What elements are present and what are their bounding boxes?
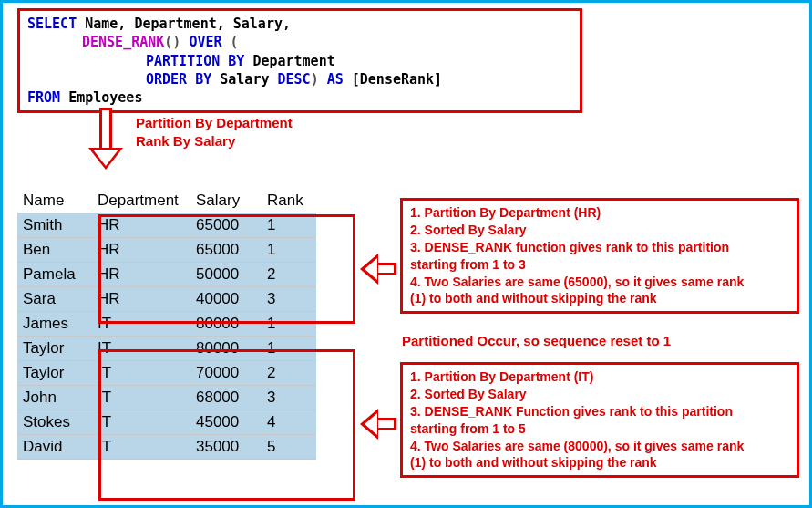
table-body: SmithHR650001 BenHR650001 PamelaHR500002… — [17, 213, 316, 460]
col-rank: Rank — [262, 189, 316, 213]
cell-dept: IT — [92, 312, 190, 337]
cell-name: Ben — [17, 238, 92, 263]
cell-rank: 2 — [262, 263, 316, 287]
kw-order-by: ORDER BY — [146, 71, 211, 88]
info-box-hr: 1. Partition By Department (HR) 2. Sorte… — [400, 198, 799, 314]
cell-salary: 65000 — [190, 213, 262, 238]
kw-over: OVER — [189, 34, 221, 50]
cell-name: James — [17, 312, 92, 337]
cell-name: David — [17, 435, 92, 460]
table-row: DavidIT350005 — [17, 435, 316, 460]
cell-rank: 2 — [262, 361, 316, 386]
cell-dept: HR — [92, 213, 190, 238]
cell-salary: 65000 — [190, 238, 262, 263]
col-salary: Salary — [190, 189, 262, 213]
sql-fields: Name, Department, Salary, — [77, 16, 291, 32]
kw-partition-by: PARTITION BY — [146, 53, 244, 69]
table-row: PamelaHR500002 — [17, 263, 316, 287]
info2-l6: (1) to both and without skipping the ran… — [410, 454, 789, 472]
info1-l4: starting from 1 to 3 — [410, 256, 789, 274]
kw-as: AS — [327, 71, 344, 88]
sql-line-5: FROM Employees — [27, 88, 572, 107]
kw-dense-rank: DENSE_RANK — [82, 34, 164, 50]
kw-select: SELECT — [27, 16, 77, 32]
cell-rank: 1 — [262, 238, 316, 263]
arrow-left-icon — [360, 411, 398, 437]
sql-alias: [DenseRank] — [344, 71, 442, 88]
table-row: BenHR650001 — [17, 238, 316, 263]
cell-rank: 1 — [262, 213, 316, 238]
table-header-row: Name Department Salary Rank — [17, 189, 316, 213]
table-row: StokesIT450004 — [17, 410, 316, 435]
cell-salary: 35000 — [190, 435, 262, 460]
cell-dept: IT — [92, 337, 190, 361]
cell-rank: 3 — [262, 287, 316, 312]
info1-l3: 3. DENSE_RANK function gives rank to thi… — [410, 239, 789, 256]
info2-l3: 3. DENSE_RANK Function gives rank to thi… — [410, 403, 789, 420]
arrow-label-line2: Rank By Salary — [136, 132, 293, 150]
table-row: SmithHR650001 — [17, 213, 316, 238]
table-row: JamesIT800001 — [17, 312, 316, 337]
cell-dept: HR — [92, 263, 190, 287]
table-row: TaylorIT800001 — [17, 337, 316, 361]
cell-name: Smith — [17, 213, 92, 238]
cell-dept: HR — [92, 238, 190, 263]
cell-salary: 40000 — [190, 287, 262, 312]
sql-line-1: SELECT Name, Department, Salary, — [27, 15, 572, 33]
diagram-container: SELECT Name, Department, Salary, DENSE_R… — [0, 0, 812, 508]
cell-rank: 1 — [262, 337, 316, 361]
table-row: SaraHR400003 — [17, 287, 316, 312]
cell-name: Stokes — [17, 410, 92, 435]
info2-l5: 4. Two Salaries are same (80000), so it … — [410, 438, 789, 455]
sql-table: Employees — [60, 89, 142, 106]
cell-dept: IT — [92, 410, 190, 435]
cell-salary: 50000 — [190, 263, 262, 287]
kw-desc: DESC — [278, 71, 311, 88]
cell-salary: 70000 — [190, 361, 262, 386]
cell-dept: IT — [92, 386, 190, 410]
cell-name: Sara — [17, 287, 92, 312]
cell-rank: 3 — [262, 386, 316, 410]
cell-name: Taylor — [17, 361, 92, 386]
info1-l5: 4. Two Salaries are same (65000), so it … — [410, 274, 789, 291]
info2-l1: 1. Partition By Department (IT) — [410, 368, 789, 386]
kw-from: FROM — [27, 89, 60, 106]
sql-partition-field: Department — [244, 53, 334, 69]
partition-reset-note: Partitioned Occur, so sequence reset to … — [402, 333, 671, 348]
info1-l6: (1) to both and without skipping the ran… — [410, 290, 789, 307]
sql-order-field: Salary — [211, 71, 277, 88]
cell-salary: 45000 — [190, 410, 262, 435]
sql-close: ) — [311, 71, 327, 88]
info-box-it: 1. Partition By Department (IT) 2. Sorte… — [400, 362, 799, 478]
arrow-down-label: Partition By Department Rank By Salary — [136, 114, 293, 151]
arrow-left-icon — [360, 256, 398, 282]
col-name: Name — [17, 189, 92, 213]
cell-dept: HR — [92, 287, 190, 312]
arrow-label-line1: Partition By Department — [136, 114, 293, 132]
sql-line-2: DENSE_RANK() OVER ( — [27, 33, 572, 51]
cell-salary: 80000 — [190, 337, 262, 361]
sql-open: ( — [222, 34, 239, 50]
cell-name: Taylor — [17, 337, 92, 361]
cell-salary: 68000 — [190, 386, 262, 410]
cell-dept: IT — [92, 361, 190, 386]
info2-l4: starting from 1 to 5 — [410, 420, 789, 438]
table-row: JohnIT680003 — [17, 386, 316, 410]
table-row: TaylorIT700002 — [17, 361, 316, 386]
sql-paren: () — [164, 34, 189, 50]
cell-rank: 1 — [262, 312, 316, 337]
info1-l1: 1. Partition By Department (HR) — [410, 204, 789, 222]
cell-salary: 80000 — [190, 312, 262, 337]
cell-name: John — [17, 386, 92, 410]
sql-line-3: PARTITION BY Department — [27, 52, 572, 70]
sql-query-box: SELECT Name, Department, Salary, DENSE_R… — [17, 8, 582, 113]
arrow-down-icon — [90, 108, 121, 170]
cell-rank: 4 — [262, 410, 316, 435]
col-department: Department — [92, 189, 190, 213]
info2-l2: 2. Sorted By Salary — [410, 386, 789, 403]
cell-dept: IT — [92, 435, 190, 460]
sql-line-4: ORDER BY Salary DESC) AS [DenseRank] — [27, 70, 572, 88]
cell-name: Pamela — [17, 263, 92, 287]
result-table: Name Department Salary Rank SmithHR65000… — [17, 189, 316, 460]
info1-l2: 2. Sorted By Salary — [410, 222, 789, 239]
